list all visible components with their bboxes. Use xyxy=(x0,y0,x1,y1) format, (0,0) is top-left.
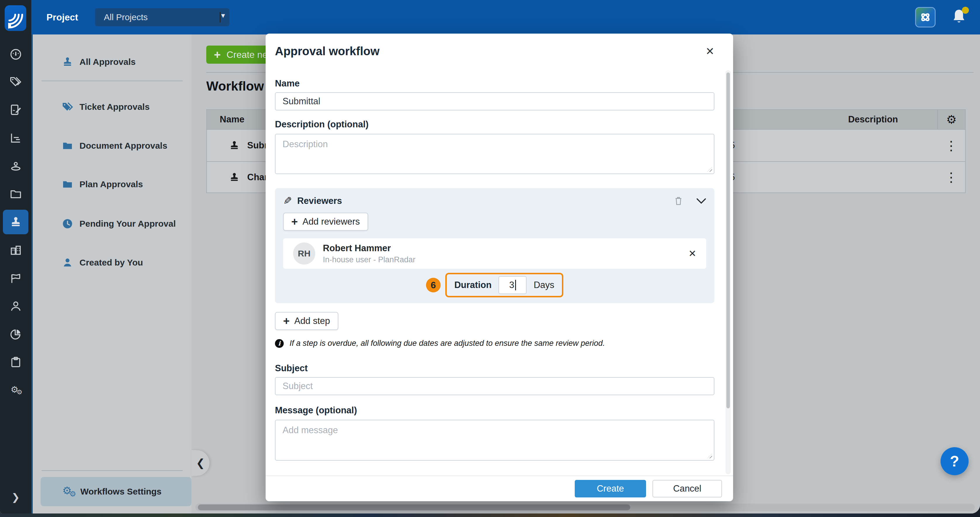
rail-settings[interactable]: ⚙⚙ xyxy=(0,378,31,402)
modal-scrollbar[interactable] xyxy=(725,70,731,474)
horizontal-scrollbar-thumb[interactable] xyxy=(198,504,630,510)
icon-rail: ⚙⚙ ❯ xyxy=(0,0,31,514)
column-header-name: Name xyxy=(220,110,244,129)
tags-icon xyxy=(9,75,22,89)
rail-approvals-active[interactable] xyxy=(3,210,28,234)
sidebar-item-label: All Approvals xyxy=(80,57,135,67)
modal-body: Name Description (optional) ✎ Reviewers xyxy=(266,68,733,476)
duration-value: 3 xyxy=(509,280,514,290)
modal-scrollbar-thumb[interactable] xyxy=(726,72,730,408)
app-window: Project All Projects ▼ xyxy=(0,0,980,514)
rail-dashboard[interactable] xyxy=(0,42,31,67)
subject-input[interactable] xyxy=(275,377,714,395)
flag-icon xyxy=(9,272,22,285)
rail-tickets[interactable] xyxy=(0,70,31,94)
remove-reviewer-icon[interactable]: ✕ xyxy=(688,248,696,259)
rail-flags[interactable] xyxy=(0,266,31,291)
add-step-label: Add step xyxy=(294,316,330,326)
rail-tasks[interactable] xyxy=(0,350,31,374)
modal-title: Approval workflow xyxy=(275,45,380,58)
chevron-left-icon: ❮ xyxy=(196,457,205,469)
gauge-icon xyxy=(9,48,22,61)
kebab-icon: ⋮ xyxy=(945,170,958,185)
notification-dot xyxy=(962,7,969,14)
stamp-icon xyxy=(61,56,74,68)
step-title: Reviewers xyxy=(297,196,342,206)
person-icon xyxy=(9,299,22,313)
sidebar-item-label: Ticket Approvals xyxy=(80,102,150,112)
rail-companies[interactable] xyxy=(0,238,31,262)
rail-reports[interactable] xyxy=(0,322,31,347)
info-note-row: i If a step is overdue, all following du… xyxy=(275,339,714,348)
person-pin-icon xyxy=(9,159,22,173)
notifications-bell[interactable] xyxy=(951,8,967,27)
approval-workflow-modal: Approval workflow ✕ Name Description (op… xyxy=(266,33,733,501)
sidebar-item-label: Created by You xyxy=(80,258,143,267)
sidebar-divider xyxy=(41,470,183,471)
row-menu-button[interactable]: ⋮ xyxy=(937,130,965,161)
column-header-description: Description xyxy=(809,110,937,129)
sidebar-item-created-by-you[interactable]: Created by You xyxy=(33,250,191,275)
buildings-icon xyxy=(9,243,22,257)
table-settings-cell[interactable]: ⚙ xyxy=(937,110,965,129)
sidebar-item-document-approvals[interactable]: Document Approvals xyxy=(33,134,191,158)
sidebar-item-label: Pending Your Approval xyxy=(80,219,176,229)
sidebar-item-plan-approvals[interactable]: Plan Approvals xyxy=(33,172,191,197)
message-textarea[interactable] xyxy=(275,420,714,461)
rail-site-presence[interactable] xyxy=(0,154,31,178)
project-selector-value: All Projects xyxy=(104,12,148,22)
trash-icon[interactable] xyxy=(673,196,683,207)
stamp-icon xyxy=(229,172,240,183)
text-caret xyxy=(515,280,516,290)
add-reviewers-button[interactable]: + Add reviewers xyxy=(283,213,368,231)
project-label: Project xyxy=(46,12,78,23)
gear-icon: ⚙ xyxy=(947,113,957,126)
sidebar-item-workflows-settings[interactable]: ⚙⚙ Workflows Settings xyxy=(41,477,191,506)
rail-contacts[interactable] xyxy=(0,294,31,318)
rail-statistics[interactable] xyxy=(0,126,31,150)
horizontal-scrollbar[interactable] xyxy=(196,504,975,511)
help-button[interactable]: ? xyxy=(940,447,969,475)
name-label: Name xyxy=(275,78,714,89)
approvals-sidebar: All Approvals Ticket Approvals Document … xyxy=(31,35,191,514)
name-input[interactable] xyxy=(275,92,714,110)
folder-icon xyxy=(61,178,74,191)
modal-header: Approval workflow ✕ xyxy=(266,33,733,68)
create-button[interactable]: Create xyxy=(575,480,646,498)
modal-footer: Create Cancel xyxy=(266,476,733,501)
info-icon: i xyxy=(275,339,284,348)
reviewer-card: RH Robert Hammer In-house user - PlanRad… xyxy=(283,239,706,269)
folder-icon xyxy=(61,140,74,152)
chevron-down-icon[interactable] xyxy=(696,198,706,204)
add-step-button[interactable]: + Add step xyxy=(275,312,338,330)
reviewer-meta: In-house user - PlanRadar xyxy=(323,255,415,264)
connect-app-icon[interactable] xyxy=(915,7,935,27)
duration-input[interactable]: 3 xyxy=(498,276,527,294)
kebab-icon: ⋮ xyxy=(945,138,958,153)
sidebar-item-pending-your-approval[interactable]: Pending Your Approval xyxy=(33,212,191,236)
planradar-logo[interactable] xyxy=(5,5,26,31)
description-textarea[interactable] xyxy=(275,134,714,174)
chevron-right-icon: ❯ xyxy=(11,492,20,502)
description-label: Description (optional) xyxy=(275,119,714,130)
sidebar-item-all-approvals[interactable]: All Approvals xyxy=(33,50,191,74)
rail-forms[interactable] xyxy=(0,97,31,122)
stamp-icon xyxy=(229,140,240,151)
person-icon xyxy=(61,257,74,269)
sidebar-item-label: Document Approvals xyxy=(80,141,167,151)
stamp-icon xyxy=(9,215,22,229)
rail-documents[interactable] xyxy=(0,182,31,206)
knot-icon xyxy=(919,11,932,24)
step-panel-header: ✎ Reviewers xyxy=(283,195,706,207)
sidebar-item-label: Plan Approvals xyxy=(80,179,143,189)
rail-expand-button[interactable]: ❯ xyxy=(0,485,31,509)
sidebar-item-ticket-approvals[interactable]: Ticket Approvals xyxy=(33,95,191,119)
close-icon[interactable]: ✕ xyxy=(706,46,714,57)
add-reviewers-label: Add reviewers xyxy=(302,216,360,227)
pencil-icon[interactable]: ✎ xyxy=(283,195,292,207)
cancel-button[interactable]: Cancel xyxy=(652,480,722,498)
project-selector[interactable]: All Projects ▼ xyxy=(95,8,229,26)
row-menu-button[interactable]: ⋮ xyxy=(937,162,965,192)
sidebar-divider xyxy=(41,81,183,81)
clock-icon xyxy=(61,218,74,230)
